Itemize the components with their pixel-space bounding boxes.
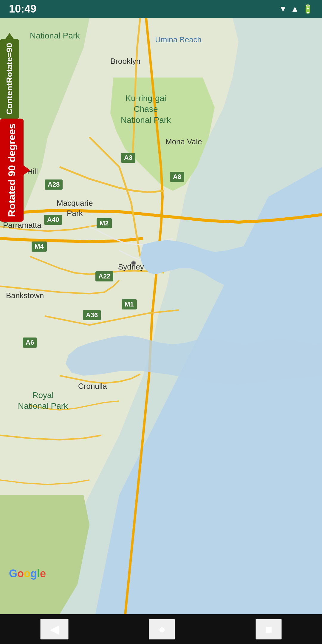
map-background xyxy=(0,18,322,614)
signal-icon: ▲ xyxy=(291,4,299,14)
status-icons: ▼ ▲ 🔋 xyxy=(279,4,313,14)
road-badge-m1: M1 xyxy=(122,299,137,309)
sydney-dot xyxy=(131,261,136,265)
map-container[interactable]: National Park Umina Beach Brooklyn Ku-ri… xyxy=(0,18,322,614)
nav-bar: ◀ ● ■ xyxy=(0,614,322,644)
road-badge-a3: A3 xyxy=(121,153,135,163)
road-badge-a22: A22 xyxy=(95,271,113,281)
status-time: 10:49 xyxy=(9,3,36,15)
recent-button[interactable]: ■ xyxy=(256,619,282,640)
road-badge-a8: A8 xyxy=(170,172,184,182)
road-badge-a28: A28 xyxy=(45,179,63,190)
status-bar: 10:49 ▼ ▲ 🔋 xyxy=(0,0,322,18)
road-badge-a6: A6 xyxy=(23,338,37,348)
google-logo: Google xyxy=(9,567,46,580)
back-button[interactable]: ◀ xyxy=(40,619,69,640)
road-badge-a40: A40 xyxy=(44,215,62,225)
label-rotated-90: Rotated 90 degrees xyxy=(0,119,24,222)
road-badge-a36: A36 xyxy=(83,310,101,320)
google-g: G xyxy=(9,567,17,580)
road-badge-m4: M4 xyxy=(32,242,47,252)
road-badge-m2: M2 xyxy=(97,218,112,228)
battery-icon: 🔋 xyxy=(303,4,313,14)
home-button[interactable]: ● xyxy=(149,619,175,640)
label-content-rotate: ContentRotate=90 xyxy=(0,39,19,119)
wifi-icon: ▼ xyxy=(279,4,287,14)
